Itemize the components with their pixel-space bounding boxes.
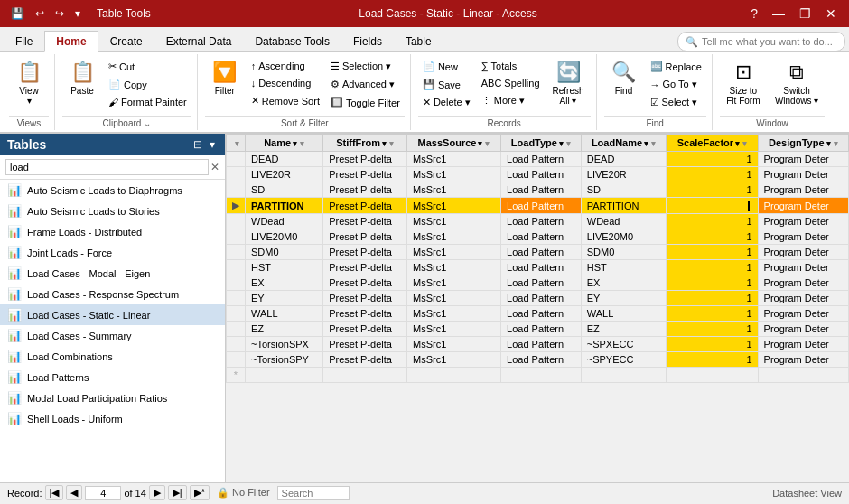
sidebar-item-2[interactable]: 📊Frame Loads - Distributed [0, 221, 225, 242]
column-header-loadtype[interactable]: LoadType▾ [501, 135, 582, 152]
table-row[interactable]: SDM0Preset P-deltaMsSrc1Load PatternSDM0… [227, 245, 849, 260]
table-row[interactable]: WDeadPreset P-deltaMsSrc1Load PatternWDe… [227, 214, 849, 229]
cell-scale-10[interactable]: 1 [667, 306, 758, 322]
column-header-loadname[interactable]: LoadName▾ [581, 135, 666, 152]
table-row[interactable]: EXPreset P-deltaMsSrc1Load PatternEX1Pro… [227, 275, 849, 291]
tab-table[interactable]: Table [394, 31, 443, 52]
status-search-input[interactable] [277, 486, 350, 500]
last-record-btn[interactable]: ▶| [168, 485, 187, 500]
sidebar-item-7[interactable]: 📊Load Cases - Summary [0, 325, 225, 346]
first-record-btn[interactable]: |◀ [45, 485, 64, 500]
sidebar-item-10[interactable]: 📊Modal Load Participation Ratios [0, 387, 225, 408]
sidebar-item-3[interactable]: 📊Joint Loads - Force [0, 242, 225, 263]
cell-scale-11[interactable]: 1 [667, 322, 758, 337]
new-record-button[interactable]: 📄 New [418, 58, 475, 75]
sidebar-item-1[interactable]: 📊Auto Seismic Loads to Stories [0, 201, 225, 221]
totals-button[interactable]: ∑ Totals [477, 58, 545, 74]
table-row[interactable]: EYPreset P-deltaMsSrc1Load PatternEY1Pro… [227, 291, 849, 306]
view-button[interactable]: 📋 View▾ [9, 56, 49, 110]
undo-btn[interactable]: ↩ [32, 5, 48, 22]
maximize-button[interactable]: ❐ [794, 5, 816, 23]
cell-scale-9[interactable]: 1 [667, 291, 758, 306]
cell-name-2[interactable]: SD [246, 182, 323, 198]
replace-button[interactable]: 🔤 Replace [646, 58, 706, 75]
next-record-btn[interactable]: ▶ [149, 485, 165, 500]
column-header-designtype[interactable]: DesignType▾ [758, 135, 848, 152]
cell-name-1[interactable]: LIVE20R [246, 167, 323, 182]
redo-btn[interactable]: ↪ [51, 5, 68, 22]
cell-name-13[interactable]: ~TorsionSPY [246, 352, 323, 368]
tab-home[interactable]: Home [44, 31, 98, 52]
delete-button[interactable]: ✕ Delete ▾ [418, 94, 475, 111]
sidebar-search-input[interactable] [5, 159, 209, 175]
cell-name-7[interactable]: HST [246, 260, 323, 275]
copy-button[interactable]: 📄 Copy [104, 76, 191, 93]
tab-create[interactable]: Create [98, 31, 154, 52]
sidebar-options-btn[interactable]: ▾ [207, 137, 218, 152]
column-header-masssource[interactable]: MassSource▾ [406, 135, 500, 152]
cell-scale-0[interactable]: 1 [667, 152, 758, 167]
descending-button[interactable]: ↓ Descending [247, 75, 324, 91]
spelling-button[interactable]: ABC Spelling [477, 75, 545, 91]
toggle-filter-button[interactable]: 🔲 Toggle Filter [326, 94, 405, 111]
cut-button[interactable]: ✂ Cut [104, 58, 191, 75]
find-button[interactable]: 🔍 Find [604, 56, 644, 100]
goto-button[interactable]: → Go To ▾ [646, 76, 706, 93]
more-button[interactable]: ⋮ More ▾ [477, 92, 545, 109]
advanced-button[interactable]: ⚙ Advanced ▾ [326, 76, 405, 93]
cell-name-0[interactable]: DEAD [246, 152, 323, 167]
cell-scale-7[interactable]: 1 [667, 260, 758, 275]
tell-me-input[interactable] [702, 36, 837, 47]
new-record-nav-btn[interactable]: ▶* [190, 485, 210, 500]
sidebar-item-6[interactable]: 📊Load Cases - Static - Linear [0, 304, 225, 325]
sidebar-item-5[interactable]: 📊Load Cases - Response Spectrum [0, 284, 225, 304]
cell-name-9[interactable]: EY [246, 291, 323, 306]
table-row[interactable]: LIVE20RPreset P-deltaMsSrc1Load PatternL… [227, 167, 849, 182]
minimize-button[interactable]: — [767, 5, 790, 23]
table-row[interactable]: EZPreset P-deltaMsSrc1Load PatternEZ1Pro… [227, 322, 849, 337]
table-scroll[interactable]: Name▾StiffFrom▾MassSource▾LoadType▾LoadN… [226, 134, 849, 482]
cell-name-3[interactable]: PARTITION [246, 198, 323, 214]
table-row[interactable]: LIVE20M0Preset P-deltaMsSrc1Load Pattern… [227, 229, 849, 245]
switch-windows-button[interactable]: ⧉ SwitchWindows ▾ [769, 56, 825, 110]
help-button[interactable]: ? [745, 5, 763, 23]
tab-database-tools[interactable]: Database Tools [243, 31, 341, 52]
table-row[interactable]: ▶PARTITIONPreset P-deltaMsSrc1Load Patte… [227, 198, 849, 214]
quick-access-more[interactable]: ▾ [71, 5, 84, 22]
sidebar-search-clear[interactable]: ✕ [210, 161, 219, 173]
size-fit-button[interactable]: ⊡ Size toFit Form [720, 56, 767, 110]
sidebar-item-9[interactable]: 📊Load Patterns [0, 367, 225, 387]
table-row[interactable]: HSTPreset P-deltaMsSrc1Load PatternHST1P… [227, 260, 849, 275]
cell-scale-4[interactable]: 1 [667, 214, 758, 229]
cell-scale-12[interactable]: 1 [667, 337, 758, 352]
record-number-input[interactable] [85, 486, 121, 500]
cell-scale-3[interactable] [667, 198, 758, 214]
cell-scale-6[interactable]: 1 [667, 245, 758, 260]
close-button[interactable]: ✕ [820, 5, 842, 23]
cell-scale-5[interactable]: 1 [667, 229, 758, 245]
select-button[interactable]: ☑ Select ▾ [646, 94, 706, 111]
column-header-name[interactable]: Name▾ [246, 135, 323, 152]
cell-name-8[interactable]: EX [246, 275, 323, 291]
column-header-scalefactor[interactable]: ScaleFactor▾ [667, 135, 758, 152]
cell-scale-1[interactable]: 1 [667, 167, 758, 182]
cell-name-10[interactable]: WALL [246, 306, 323, 322]
save-record-button[interactable]: 💾 Save [418, 76, 475, 93]
table-row[interactable]: DEADPreset P-deltaMsSrc1Load PatternDEAD… [227, 152, 849, 167]
prev-record-btn[interactable]: ◀ [66, 485, 82, 500]
sidebar-item-0[interactable]: 📊Auto Seismic Loads to Diaphragms [0, 180, 225, 201]
tab-file[interactable]: File [4, 31, 44, 52]
sidebar-item-11[interactable]: 📊Shell Loads - Uniform [0, 408, 225, 429]
table-row[interactable]: ~TorsionSPYPreset P-deltaMsSrc1Load Patt… [227, 352, 849, 368]
cell-scale-2[interactable]: 1 [667, 182, 758, 198]
sidebar-collapse-btn[interactable]: ⊟ [191, 137, 205, 152]
paste-button[interactable]: 📋 Paste [62, 56, 102, 100]
cell-name-6[interactable]: SDM0 [246, 245, 323, 260]
cell-name-11[interactable]: EZ [246, 322, 323, 337]
remove-sort-button[interactable]: ✕ Remove Sort [247, 92, 324, 109]
tab-external-data[interactable]: External Data [154, 31, 244, 52]
table-row[interactable]: SDPreset P-deltaMsSrc1Load PatternSD1Pro… [227, 182, 849, 198]
cell-scale-8[interactable]: 1 [667, 275, 758, 291]
table-row[interactable]: ~TorsionSPXPreset P-deltaMsSrc1Load Patt… [227, 337, 849, 352]
cell-name-5[interactable]: LIVE20M0 [246, 229, 323, 245]
